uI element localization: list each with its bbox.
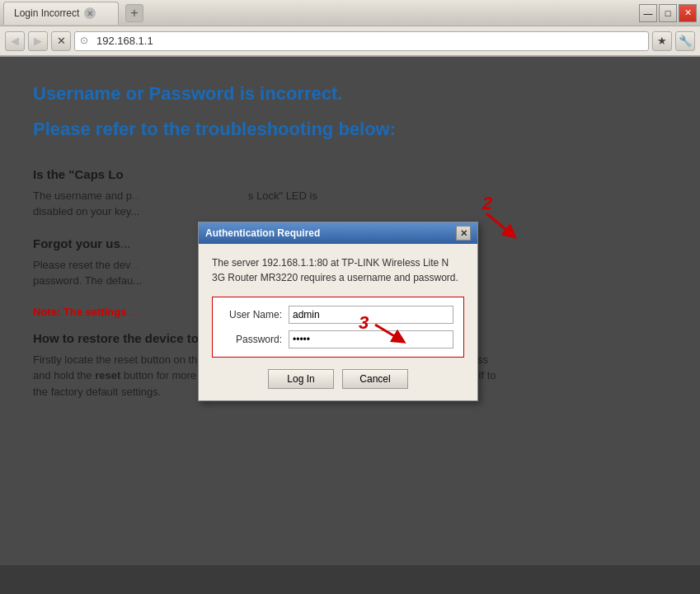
menu-button[interactable]: 🔧 <box>675 31 695 51</box>
username-label: User Name: <box>223 309 289 320</box>
window-controls: — □ ✕ <box>639 4 697 22</box>
dialog-form: User Name: Password: <box>212 297 464 358</box>
dialog-buttons: Log In Cancel <box>212 369 464 389</box>
back-button[interactable]: ◀ <box>5 31 25 51</box>
page-content: Username or Password is incorrect. Pleas… <box>0 57 700 565</box>
heading-line2: Please refer to the troubleshooting belo… <box>33 117 667 143</box>
dialog-description: The server 192.168.1.1:80 at TP-LINK Wir… <box>212 255 464 285</box>
dialog-title: Authentication Required <box>205 227 320 239</box>
svg-line-4 <box>375 325 400 339</box>
address-text: 192.168.1.1 <box>96 35 153 47</box>
tab-close-button[interactable]: ✕ <box>84 7 96 19</box>
svg-text:2: 2 <box>482 193 493 213</box>
reset-bold: reset <box>95 369 120 381</box>
svg-text:3: 3 <box>359 312 369 333</box>
dialog-titlebar: Authentication Required ✕ <box>199 222 477 244</box>
section-caps-lock: Is the "Caps Lo... The username and p...… <box>33 167 667 220</box>
cancel-button[interactable]: Cancel <box>342 369 408 389</box>
nav-bar: ◀ ▶ ✕ ⊙ 192.168.1.1 ★ 🔧 <box>0 26 700 56</box>
annotation-3-svg: 3 <box>355 308 420 358</box>
annotation-2-svg: 2 <box>478 185 544 250</box>
maximize-button[interactable]: □ <box>659 4 677 22</box>
close-button[interactable]: ✕ <box>679 4 697 22</box>
caps-lock-text: The username and p... s Lock" LED isdisa… <box>33 188 667 220</box>
reload-button[interactable]: ✕ <box>51 31 71 51</box>
title-bar: Login Incorrect ✕ + — □ ✕ <box>0 0 700 26</box>
heading-line1: Username or Password is incorrect. <box>33 82 667 107</box>
nav-right-controls: ★ 🔧 <box>652 31 695 51</box>
caps-lock-title: Is the "Caps Lo... <box>33 167 667 181</box>
address-bar[interactable]: ⊙ 192.168.1.1 <box>74 31 649 51</box>
password-label: Password: <box>223 334 289 345</box>
login-button[interactable]: Log In <box>268 369 334 389</box>
address-icon: ⊙ <box>80 35 93 48</box>
error-heading: Username or Password is incorrect. Pleas… <box>33 82 667 143</box>
forward-button[interactable]: ▶ <box>28 31 48 51</box>
tab-bar: Login Incorrect ✕ + <box>3 2 639 25</box>
auth-dialog: Authentication Required ✕ The server 192… <box>198 222 478 401</box>
active-tab[interactable]: Login Incorrect ✕ <box>3 2 119 25</box>
new-tab-button[interactable]: + <box>125 4 143 22</box>
svg-line-2 <box>486 213 511 234</box>
browser-chrome: Login Incorrect ✕ + — □ ✕ ◀ ▶ ✕ ⊙ 192.16… <box>0 0 700 57</box>
minimize-button[interactable]: — <box>639 4 657 22</box>
dialog-close-button[interactable]: ✕ <box>456 226 471 241</box>
bookmark-button[interactable]: ★ <box>652 31 672 51</box>
dialog-body: The server 192.168.1.1:80 at TP-LINK Wir… <box>199 244 477 400</box>
tab-title: Login Incorrect <box>14 7 79 19</box>
